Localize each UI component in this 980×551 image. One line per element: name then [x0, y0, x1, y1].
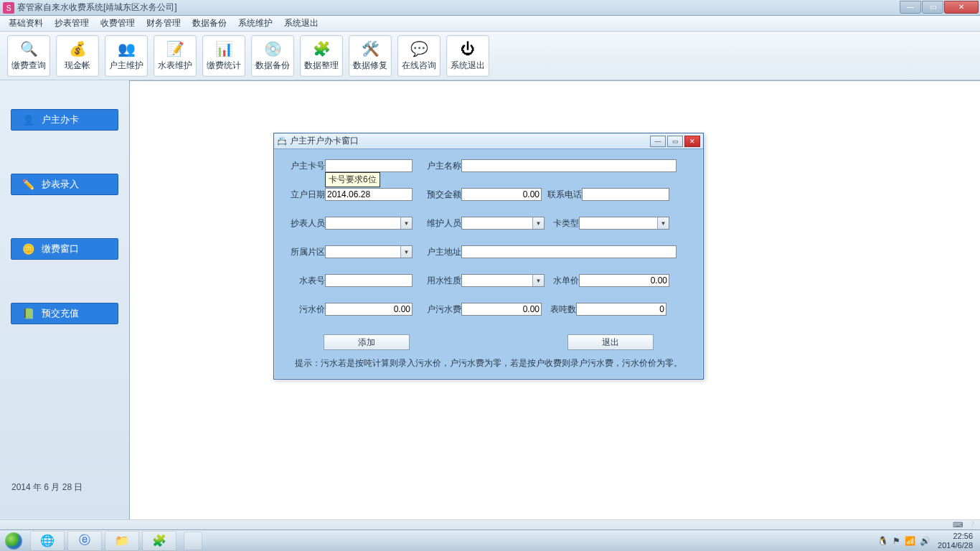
- chevron-down-icon: ▼: [400, 246, 412, 258]
- taskbar: 🌐 ⓔ 📁 🧩 🐧 ⚑ 📶 🔊 22:56 2014/6/28: [0, 529, 980, 551]
- tool-label: 数据备份: [255, 60, 290, 72]
- tool-meter-maint[interactable]: 📝水表维护: [154, 35, 197, 77]
- menu-exit[interactable]: 系统退出: [278, 16, 324, 31]
- svg-text:S: S: [6, 4, 11, 12]
- select-area[interactable]: ▼: [325, 245, 413, 258]
- sidebar-item-owner-card[interactable]: 👤户主办卡: [11, 109, 118, 131]
- select-reader[interactable]: ▼: [325, 217, 413, 230]
- dialog-titlebar[interactable]: 📇 户主开户办卡窗口 — ▭ ✕: [274, 133, 703, 149]
- tool-label: 缴费统计: [207, 60, 241, 72]
- pencil-icon: ✏️: [22, 178, 34, 191]
- tool-fee-stats[interactable]: 📊缴费统计: [202, 35, 245, 77]
- input-prepay[interactable]: [461, 188, 542, 201]
- input-owner-name[interactable]: [461, 159, 677, 172]
- tool-online-help[interactable]: 💬在线咨询: [397, 35, 440, 77]
- tool-label: 户主维护: [109, 60, 143, 72]
- input-water-price[interactable]: [579, 274, 669, 287]
- chat-icon: 💬: [410, 39, 428, 58]
- tray-qq-icon[interactable]: 🐧: [877, 536, 888, 546]
- label-meter-no: 水表号: [288, 275, 325, 287]
- exit-button[interactable]: 退出: [567, 334, 654, 350]
- task-media-icon[interactable]: 🌐: [30, 531, 65, 551]
- clock-date: 2014/6/28: [938, 541, 973, 550]
- label-meter-ton: 表吨数: [545, 303, 576, 316]
- sidebar-item-meter-entry[interactable]: ✏️抄表录入: [11, 174, 118, 195]
- input-address[interactable]: [461, 245, 677, 258]
- tool-cash-book[interactable]: 💰现金帐: [56, 35, 99, 77]
- input-phone[interactable]: [582, 188, 669, 201]
- windows-logo-icon: [5, 532, 22, 550]
- input-meter-no[interactable]: [325, 274, 413, 287]
- tool-sys-exit[interactable]: ⏻系统退出: [446, 35, 489, 77]
- menu-fee-mgmt[interactable]: 收费管理: [95, 16, 141, 31]
- input-sewage-price[interactable]: [325, 303, 413, 316]
- wrench-icon: 🛠️: [361, 39, 380, 58]
- menu-backup[interactable]: 数据备份: [187, 16, 232, 31]
- blocks-icon: 🧩: [312, 39, 331, 58]
- dialog-body: 户主卡号 户主名称 卡号要求6位 立户日期 预交金额 联系电话 抄表人员▼ 维护…: [274, 149, 703, 379]
- select-maintainer[interactable]: ▼: [461, 217, 545, 230]
- person-icon: 👤: [22, 113, 34, 126]
- add-button[interactable]: 添加: [324, 334, 410, 350]
- select-card-type[interactable]: ▼: [579, 217, 669, 230]
- app-icon: S: [3, 2, 14, 14]
- tray-network-icon[interactable]: 📶: [905, 536, 915, 546]
- tool-label: 现金帐: [65, 60, 90, 72]
- ime-icon[interactable]: ⌨: [953, 521, 963, 529]
- dialog-icon: 📇: [277, 136, 287, 146]
- toolbar: 🔍缴费查询 💰现金帐 👥户主维护 📝水表维护 📊缴费统计 💿数据备份 🧩数据整理…: [0, 32, 980, 80]
- sidebar: 👤户主办卡 ✏️抄表录入 🪙缴费窗口 📗预交充值 2014 年 6 月 28 日: [0, 80, 129, 529]
- sidebar-item-prepay[interactable]: 📗预交充值: [11, 303, 118, 324]
- dialog-title: 户主开户办卡窗口: [290, 135, 650, 147]
- start-button[interactable]: [0, 530, 27, 552]
- close-button[interactable]: ✕: [944, 1, 979, 14]
- input-sewage-fee[interactable]: [461, 303, 542, 316]
- task-running-app[interactable]: [184, 532, 202, 550]
- sidebar-date: 2014 年 6 月 28 日: [6, 481, 83, 494]
- select-water-kind[interactable]: ▼: [461, 274, 545, 287]
- search-icon: 🔍: [19, 39, 38, 58]
- dialog-close-button[interactable]: ✕: [684, 136, 700, 147]
- dialog-window-controls: — ▭ ✕: [650, 136, 700, 147]
- task-ie-icon[interactable]: ⓔ: [67, 531, 102, 551]
- users-icon: 👥: [117, 39, 136, 58]
- help-icon[interactable]: ❔: [967, 521, 976, 529]
- input-card-no[interactable]: [325, 159, 413, 172]
- task-app-icon[interactable]: 🧩: [142, 531, 176, 551]
- sidebar-item-label: 缴费窗口: [42, 242, 79, 255]
- tool-label: 系统退出: [451, 60, 485, 72]
- menu-sys-maint[interactable]: 系统维护: [232, 16, 278, 31]
- dialog-maximize-button[interactable]: ▭: [667, 136, 683, 147]
- tool-label: 数据整理: [304, 60, 339, 72]
- sidebar-item-label: 抄表录入: [42, 178, 79, 191]
- tray-sound-icon[interactable]: 🔊: [920, 536, 930, 546]
- dialog-minimize-button[interactable]: —: [650, 136, 666, 147]
- menu-meter-mgmt[interactable]: 抄表管理: [49, 16, 95, 31]
- tool-owner-maint[interactable]: 👥户主维护: [105, 35, 148, 77]
- clock-time: 22:56: [938, 532, 973, 540]
- window-controls: — ▭ ✕: [899, 1, 979, 15]
- tool-fee-query[interactable]: 🔍缴费查询: [7, 35, 50, 77]
- tray-flag-icon[interactable]: ⚑: [892, 536, 900, 546]
- label-reader: 抄表人员: [288, 217, 325, 230]
- tool-data-backup[interactable]: 💿数据备份: [251, 35, 294, 77]
- menu-finance[interactable]: 财务管理: [141, 16, 187, 31]
- minimize-button[interactable]: —: [900, 1, 921, 14]
- label-sewage-price: 污水价: [288, 303, 325, 316]
- edit-icon: 📝: [166, 39, 184, 58]
- tool-data-repair[interactable]: 🛠️数据修复: [349, 35, 392, 77]
- task-explorer-icon[interactable]: 📁: [105, 531, 139, 551]
- label-water-price: 水单价: [547, 275, 579, 287]
- book-icon: 📗: [22, 307, 34, 320]
- tray-clock[interactable]: 22:56 2014/6/28: [935, 532, 976, 549]
- maximize-button[interactable]: ▭: [922, 1, 943, 14]
- menu-basic-data[interactable]: 基础资料: [3, 16, 49, 31]
- sidebar-item-pay-window[interactable]: 🪙缴费窗口: [11, 238, 118, 260]
- owner-open-card-dialog: 📇 户主开户办卡窗口 — ▭ ✕ 户主卡号 户主名称 卡号要求6位 立户日期: [273, 133, 704, 380]
- tool-data-tidy[interactable]: 🧩数据整理: [300, 35, 343, 77]
- label-card-no: 户主卡号: [288, 160, 325, 172]
- label-maintainer: 维护人员: [424, 217, 461, 230]
- input-open-date[interactable]: [325, 188, 413, 201]
- tool-label: 在线咨询: [402, 60, 436, 72]
- input-meter-ton[interactable]: [576, 303, 666, 316]
